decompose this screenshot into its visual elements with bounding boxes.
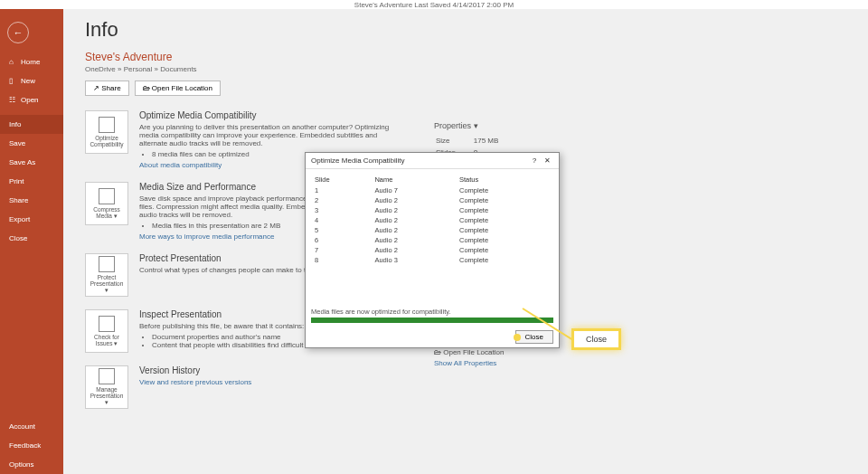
table-row: 2Audio 2Complete bbox=[313, 196, 552, 204]
table-row: 1Audio 7Complete bbox=[313, 186, 552, 194]
nav-saveas[interactable]: Save As bbox=[0, 153, 63, 172]
home-icon: ⌂ bbox=[9, 58, 17, 66]
tile-label: Manage Presentation ▾ bbox=[88, 386, 126, 406]
properties-heading[interactable]: Properties ▾ bbox=[434, 121, 516, 130]
nav-label: Options bbox=[9, 460, 34, 469]
backstage-sidebar: ← ⌂Home ▯New ☷Open Info Save Save As Pri… bbox=[0, 9, 63, 474]
lock-icon bbox=[99, 256, 115, 272]
nav-label: Info bbox=[9, 120, 21, 128]
title-bar: Steve's Adventure Last Saved 4/14/2017 2… bbox=[0, 0, 868, 9]
compress-tile[interactable]: Compress Media ▾ bbox=[85, 182, 128, 225]
optimize-desc: Are you planning to deliver this present… bbox=[139, 123, 401, 147]
nav-share[interactable]: Share bbox=[0, 191, 63, 210]
manage-tile[interactable]: Manage Presentation ▾ bbox=[85, 365, 128, 409]
dialog-help-button[interactable]: ? bbox=[528, 156, 541, 165]
nav-account[interactable]: Account bbox=[0, 417, 63, 436]
nav-close[interactable]: Close bbox=[0, 229, 63, 248]
prop-key: Size bbox=[436, 136, 472, 146]
optimize-heading: Optimize Media Compatibility bbox=[139, 110, 401, 120]
optimize-dialog: Optimize Media Compatibility ? ✕ Slide N… bbox=[305, 152, 560, 348]
back-button[interactable]: ← bbox=[7, 22, 29, 43]
inspect-heading: Inspect Presentation bbox=[139, 309, 328, 319]
document-path: OneDrive » Personal » Documents bbox=[85, 65, 846, 73]
document-title: Steve's Adventure bbox=[85, 51, 846, 63]
related-open-location[interactable]: 🗁 Open File Location bbox=[434, 348, 505, 356]
inspect-b1: Document properties and author's name bbox=[152, 333, 328, 341]
nav-feedback[interactable]: Feedback bbox=[0, 436, 63, 455]
table-row: 3Audio 2Complete bbox=[313, 206, 552, 214]
nav-label: New bbox=[21, 77, 35, 85]
table-row: 5Audio 2Complete bbox=[313, 226, 552, 234]
nav-label: Save bbox=[9, 139, 25, 147]
dialog-table: Slide Name Status 1Audio 7Complete 2Audi… bbox=[311, 173, 553, 266]
check-icon bbox=[99, 316, 115, 332]
progress-bar bbox=[311, 318, 553, 323]
nav-options[interactable]: Options bbox=[0, 455, 63, 474]
manage-icon bbox=[99, 368, 115, 384]
dialog-close-x[interactable]: ✕ bbox=[541, 156, 553, 165]
label: Open File Location bbox=[152, 84, 212, 92]
optimize-icon bbox=[99, 117, 115, 133]
nav-open[interactable]: ☷Open bbox=[0, 90, 63, 109]
tile-label: Compress Media ▾ bbox=[88, 206, 126, 220]
tile-label: Protect Presentation ▾ bbox=[88, 274, 126, 294]
nav-home[interactable]: ⌂Home bbox=[0, 52, 63, 71]
protect-tile[interactable]: Protect Presentation ▾ bbox=[85, 253, 128, 297]
nav-label: Open bbox=[21, 96, 39, 104]
history-link[interactable]: View and restore previous versions bbox=[139, 378, 251, 386]
inspect-desc: Before publishing this file, be aware th… bbox=[139, 322, 328, 330]
table-row: 8Audio 3Complete bbox=[313, 256, 552, 264]
label: Share bbox=[101, 84, 120, 92]
compress-icon bbox=[99, 188, 115, 204]
nav-label: Close bbox=[9, 234, 27, 242]
new-icon: ▯ bbox=[9, 77, 17, 85]
callout-close: Close bbox=[571, 328, 621, 350]
nav-label: Home bbox=[21, 58, 40, 66]
optimize-link[interactable]: About media compatibility bbox=[139, 161, 222, 169]
label: Open File Location bbox=[443, 348, 504, 356]
inspect-b2: Content that people with disabilities fi… bbox=[152, 341, 328, 349]
table-row: 4Audio 2Complete bbox=[313, 216, 552, 224]
nav-label: Share bbox=[9, 196, 28, 204]
table-row: 7Audio 2Complete bbox=[313, 246, 552, 254]
highlight-marker bbox=[514, 334, 521, 341]
nav-print[interactable]: Print bbox=[0, 172, 63, 191]
page-title: Info bbox=[85, 18, 846, 42]
nav-new[interactable]: ▯New bbox=[0, 71, 63, 90]
nav-label: Account bbox=[9, 422, 35, 431]
col-name: Name bbox=[373, 175, 456, 185]
history-heading: Version History bbox=[139, 365, 251, 375]
nav-export[interactable]: Export bbox=[0, 210, 63, 229]
nav-label: Print bbox=[9, 177, 24, 185]
open-location-button[interactable]: 🗁 Open File Location bbox=[135, 81, 221, 96]
tile-label: Optimize Compatibility bbox=[88, 135, 126, 147]
optimize-tile[interactable]: Optimize Compatibility bbox=[85, 110, 128, 154]
dialog-status: Media files are now optimized for compat… bbox=[311, 308, 553, 316]
col-slide: Slide bbox=[313, 175, 371, 185]
table-row: 6Audio 2Complete bbox=[313, 236, 552, 244]
prop-val: 175 MB bbox=[474, 136, 515, 146]
open-icon: ☷ bbox=[9, 96, 17, 104]
col-status: Status bbox=[458, 175, 552, 185]
nav-save[interactable]: Save bbox=[0, 134, 63, 153]
nav-label: Export bbox=[9, 215, 30, 223]
show-all-properties[interactable]: Show All Properties bbox=[434, 359, 505, 367]
share-button[interactable]: ↗ Share bbox=[85, 81, 129, 96]
dialog-title: Optimize Media Compatibility bbox=[311, 156, 528, 165]
nav-label: Feedback bbox=[9, 441, 41, 450]
media-link[interactable]: More ways to improve media performance bbox=[139, 232, 274, 241]
nav-info[interactable]: Info bbox=[0, 115, 63, 134]
nav-label: Save As bbox=[9, 158, 35, 166]
tile-label: Check for Issues ▾ bbox=[88, 334, 126, 347]
inspect-tile[interactable]: Check for Issues ▾ bbox=[85, 309, 128, 353]
